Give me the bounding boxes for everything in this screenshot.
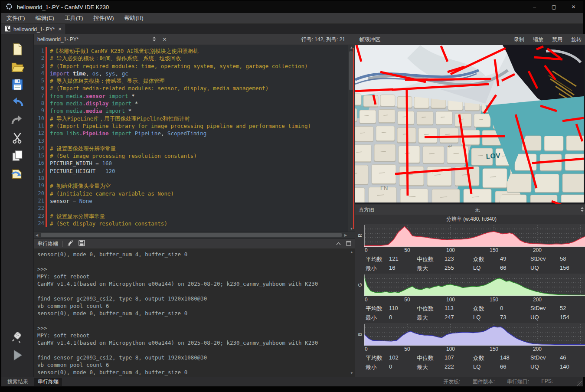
editor-horizontal-scrollbar[interactable]: ◀ ▶ (34, 232, 355, 238)
run-icon (11, 349, 24, 363)
code-line: 4import time, os, sys, gc (34, 70, 348, 77)
terminal-scroll-up-icon[interactable]: ▲ (350, 250, 353, 254)
code-token: time (69, 70, 86, 77)
line-number: 2 (34, 55, 44, 62)
line-number: 11 (34, 122, 44, 130)
connect-button[interactable] (8, 330, 27, 347)
line-number: 18 (34, 175, 44, 182)
scroll-right-icon[interactable]: ▶ (343, 232, 349, 238)
cut-button[interactable] (8, 130, 27, 147)
tab-label: helloworld_1-.PY* (13, 26, 55, 33)
code-token: import (108, 130, 131, 137)
code-lines[interactable]: 1#【花雕动手做】CanMV K230 AI视觉识别模块之使用照相机2# 导入必… (34, 45, 348, 232)
code-line: 1#【花雕动手做】CanMV K230 AI视觉识别模块之使用照相机 (34, 47, 348, 55)
fb-button-2[interactable]: 禁用 (552, 36, 562, 43)
code-token: sys (105, 70, 115, 77)
stat-label: 最小 (366, 363, 389, 371)
collapse-terminal-icon[interactable] (336, 241, 341, 247)
serial-terminal[interactable]: sensor(0), mode 0, buffer_num 4, buffer_… (34, 248, 355, 377)
code-token: , (161, 130, 167, 137)
run-button[interactable] (8, 347, 27, 365)
axis-tick-label: 150 (490, 297, 498, 303)
scrollbar-thumb[interactable] (349, 51, 353, 90)
connect-icon (11, 331, 24, 346)
stat-value: 121 (389, 255, 417, 263)
minimize-button[interactable]: – (525, 1, 544, 13)
axis-tick-label: 0 (365, 346, 368, 352)
paste-button[interactable] (8, 166, 27, 183)
code-token: 120 (105, 168, 115, 174)
save-file-button[interactable] (8, 77, 27, 94)
code-line: 16PICTURE_WIDTH = 160 (34, 160, 348, 167)
menu-item-0[interactable]: 文件(F) (1, 13, 30, 23)
copy-button[interactable] (8, 148, 27, 165)
status-bar: 开发板:固件版本:串行端口:FPS: (443, 378, 553, 385)
new-file-button[interactable] (8, 41, 27, 59)
fb-button-1[interactable]: 缩放 (533, 36, 543, 43)
hscrollbar-thumb[interactable] (41, 233, 342, 237)
resize-grip-icon[interactable] (577, 381, 582, 386)
stat-label: UQ (530, 363, 560, 371)
stat-value: 66 (500, 265, 530, 272)
menu-item-4[interactable]: 帮助(H) (119, 13, 149, 23)
tab-helloworld[interactable]: helloworld_1-.PY* ✕ (1, 24, 66, 34)
terminal-line (37, 317, 355, 324)
doc-selector[interactable]: helloworld_1-.PY* (37, 36, 78, 42)
framebuffer-buttons: 录制缩放禁用旋转 (514, 36, 582, 43)
open-file-button[interactable] (8, 59, 27, 76)
maximize-button[interactable]: ▢ (544, 1, 564, 13)
code-token: from (50, 108, 63, 114)
menu-item-1[interactable]: 编辑(E) (30, 13, 59, 23)
code-text: from media.sensor import * (47, 92, 135, 100)
fb-button-3[interactable]: 旋转 (571, 36, 582, 43)
close-button[interactable]: ✕ (564, 1, 583, 13)
stat-label: StDev (530, 255, 560, 263)
bottom-tab-1[interactable]: 串行终端 (34, 378, 62, 386)
code-text: # (Initialize camera variable as None) (47, 190, 174, 197)
terminal-scroll-down-icon[interactable]: ▼ (350, 371, 353, 375)
terminal-line: find sensor gc2093_csi2, type 8, output … (37, 354, 355, 361)
stat-value: 0 (389, 314, 417, 322)
file-type-icon (5, 26, 10, 33)
undo-button[interactable] (8, 95, 27, 112)
framebuffer-panel: 帧缓冲区 录制缩放禁用旋转 (355, 34, 585, 377)
scroll-left-icon[interactable]: ◀ (34, 232, 40, 238)
camera-preview: LOVFN↑↵ (355, 45, 585, 204)
axis-tick-label: 100 (446, 346, 455, 352)
line-number: 19 (34, 182, 44, 189)
doc-combo-arrows-icon[interactable] (152, 36, 156, 43)
line-number: 3 (34, 62, 44, 70)
code-token: media (63, 108, 82, 114)
doc-close-icon[interactable]: ✕ (162, 36, 167, 42)
fb-button-0[interactable]: 录制 (514, 36, 524, 43)
code-editor[interactable]: 1#【花雕动手做】CanMV K230 AI视觉识别模块之使用照相机2# 导入必… (34, 45, 355, 232)
histogram-combo-arrows-icon[interactable] (580, 207, 584, 213)
resolution-label: 分辨率 (w:480, h:640) (355, 215, 585, 223)
terminal-line: vb common pool count 6 (37, 302, 355, 310)
popout-terminal-icon[interactable] (346, 241, 351, 247)
bottom-tab-0[interactable]: 搜索结果 (4, 378, 32, 386)
bottom-bar: 搜索结果串行终端 开发板:固件版本:串行端口:FPS: (1, 377, 583, 386)
divider (62, 241, 63, 247)
histogram-mode-select[interactable]: 无 (374, 206, 580, 214)
redo-button[interactable] (8, 112, 27, 130)
stat-label: UQ (530, 314, 560, 322)
editor-vertical-scrollbar[interactable]: ▲ ▼ (348, 45, 355, 232)
canmv-logo-icon (6, 3, 13, 11)
terminal-line: >>> (37, 265, 355, 273)
status-item-0: 开发板: (443, 378, 460, 385)
save-log-icon[interactable] (78, 240, 85, 248)
window-title: helloworld_1-.PY - CanMV IDE K230 (17, 4, 109, 10)
menu-item-3[interactable]: 控件(W) (88, 13, 119, 23)
stat-value: 247 (444, 314, 473, 322)
line-number: 9 (34, 107, 44, 114)
line-number: 5 (34, 77, 44, 85)
scroll-down-icon[interactable]: ▼ (348, 226, 355, 232)
code-token: # (Set display resolution constants) (50, 220, 167, 227)
code-token: media (63, 100, 82, 107)
menu-item-2[interactable]: 工具(T) (59, 13, 88, 23)
hist-axis-R: 050100150200 (364, 247, 585, 254)
terminal-line (37, 346, 355, 354)
tab-close-icon[interactable]: ✕ (58, 26, 62, 32)
clear-terminal-icon[interactable] (67, 240, 74, 248)
